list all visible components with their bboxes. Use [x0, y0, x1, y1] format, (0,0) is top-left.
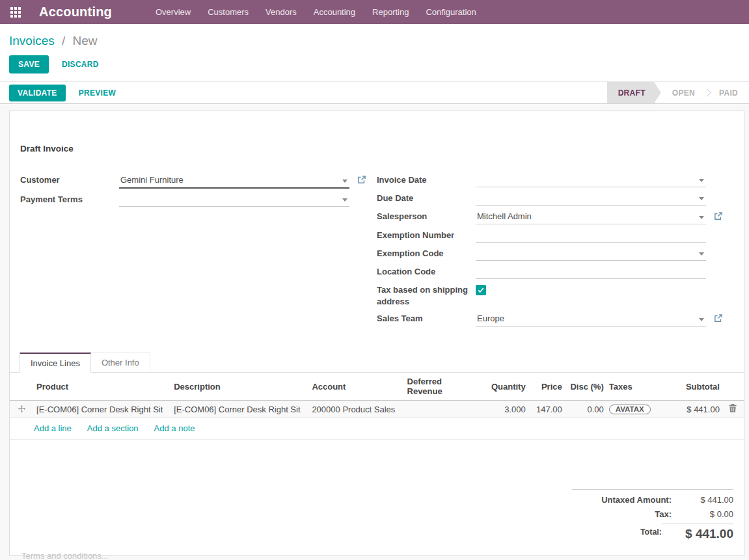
- top-navbar: Accounting Overview Customers Vendors Ac…: [0, 0, 749, 24]
- due-date-label: Due Date: [377, 193, 476, 204]
- notebook-tabs: Invoice Lines Other Info: [10, 353, 744, 373]
- invoice-lines-list: Product Description Account Deferred Rev…: [10, 373, 744, 440]
- cell-price[interactable]: 147.00: [528, 401, 565, 418]
- content-area: Draft Invoice Customer Gemini Furniture: [0, 104, 749, 560]
- control-panel-buttons: SAVE DISCARD: [9, 55, 739, 73]
- menu-overview[interactable]: Overview: [147, 0, 199, 24]
- caret-down-icon[interactable]: [699, 318, 704, 321]
- checkmark-icon: [478, 287, 484, 293]
- control-panel: Invoices / New SAVE DISCARD: [0, 24, 749, 81]
- sales-team-input[interactable]: Europe: [476, 313, 706, 327]
- location-code-input[interactable]: [476, 266, 706, 279]
- payment-terms-input[interactable]: [119, 194, 349, 207]
- breadcrumb-invoices-link[interactable]: Invoices: [9, 34, 55, 47]
- menu-configuration[interactable]: Configuration: [417, 0, 484, 24]
- trash-column-header: [722, 373, 744, 401]
- cell-account[interactable]: 200000 Product Sales: [309, 401, 404, 418]
- tab-invoice-lines[interactable]: Invoice Lines: [20, 353, 91, 373]
- invoice-form: Customer Gemini Furniture Payment Terms: [20, 174, 733, 332]
- cell-subtotal[interactable]: $ 441.00: [664, 401, 722, 418]
- col-product[interactable]: Product: [34, 373, 171, 401]
- terms-and-conditions-input[interactable]: Terms and conditions...: [20, 546, 733, 560]
- spacer: [349, 194, 377, 195]
- spacer: [706, 248, 733, 249]
- caret-down-icon[interactable]: [342, 198, 347, 202]
- payment-terms-label: Payment Terms: [20, 194, 119, 206]
- tax-row: Tax: $ 0.00: [572, 509, 733, 519]
- menu-customers[interactable]: Customers: [199, 0, 257, 24]
- cell-product[interactable]: [E-COM06] Corner Desk Right Sit: [34, 401, 171, 418]
- tax-label: Tax:: [655, 509, 672, 519]
- delete-line-icon[interactable]: [722, 401, 744, 418]
- tab-other-info[interactable]: Other Info: [91, 353, 150, 373]
- invoice-line-row[interactable]: [E-COM06] Corner Desk Right Sit [E-COM06…: [10, 401, 744, 418]
- col-taxes[interactable]: Taxes: [606, 373, 664, 401]
- col-subtotal[interactable]: Subtotal: [664, 373, 722, 401]
- handle-column-header: [10, 373, 34, 401]
- tax-shipping-checkbox[interactable]: [476, 285, 486, 295]
- col-discount[interactable]: Disc (%): [565, 373, 606, 401]
- spacer: [706, 193, 733, 194]
- list-add-links: Add a line Add a section Add a note: [10, 418, 744, 440]
- invoice-form-sheet: Draft Invoice Customer Gemini Furniture: [9, 111, 744, 556]
- menu-accounting[interactable]: Accounting: [305, 0, 364, 24]
- breadcrumb-current: New: [73, 34, 98, 47]
- status-draft[interactable]: DRAFT: [607, 82, 661, 104]
- caret-down-icon[interactable]: [342, 180, 347, 183]
- salesperson-input[interactable]: Mitchell Admin: [476, 211, 706, 224]
- table-header-row: Product Description Account Deferred Rev…: [10, 373, 744, 401]
- customer-input[interactable]: Gemini Furniture: [119, 174, 349, 189]
- caret-down-icon[interactable]: [699, 179, 704, 182]
- caret-down-icon[interactable]: [699, 216, 704, 219]
- caret-down-icon[interactable]: [699, 197, 704, 200]
- tax-badge[interactable]: AVATAX: [609, 405, 651, 414]
- salesperson-label: Salesperson: [377, 211, 476, 222]
- apps-grid-icon[interactable]: [10, 7, 21, 18]
- status-pipeline: DRAFT OPEN PAID: [607, 82, 749, 104]
- status-open[interactable]: OPEN: [661, 82, 706, 104]
- discard-button[interactable]: DISCARD: [53, 55, 108, 73]
- spacer: [706, 174, 733, 176]
- col-account[interactable]: Account: [309, 373, 404, 401]
- action-toolbar: VALIDATE PREVIEW DRAFT OPEN PAID: [0, 81, 749, 104]
- exemption-code-input[interactable]: [476, 248, 706, 261]
- add-a-line-link[interactable]: Add a line: [34, 423, 72, 433]
- customer-external-link-icon[interactable]: [349, 174, 377, 186]
- invoice-date-input[interactable]: [476, 174, 706, 187]
- cell-discount[interactable]: 0.00: [565, 401, 606, 418]
- status-paid[interactable]: PAID: [708, 82, 749, 104]
- col-price[interactable]: Price: [528, 373, 565, 401]
- app-title[interactable]: Accounting: [39, 5, 112, 20]
- exemption-number-label: Exemption Number: [377, 230, 476, 241]
- col-description[interactable]: Description: [171, 373, 309, 401]
- spacer: [706, 266, 733, 267]
- col-quantity[interactable]: Quantity: [476, 373, 528, 401]
- validate-button[interactable]: VALIDATE: [9, 85, 66, 101]
- due-date-input[interactable]: [476, 193, 706, 206]
- cell-deferred-revenue[interactable]: [405, 401, 476, 418]
- cell-description[interactable]: [E-COM06] Corner Desk Right Sit: [171, 401, 309, 418]
- cell-taxes[interactable]: AVATAX: [606, 401, 664, 418]
- totals-panel: Untaxed Amount: $ 441.00 Tax: $ 0.00 Tot…: [572, 489, 733, 546]
- exemption-number-input[interactable]: [476, 230, 706, 243]
- caret-down-icon[interactable]: [699, 252, 704, 256]
- add-a-note-link[interactable]: Add a note: [154, 423, 195, 433]
- cell-quantity[interactable]: 3.000: [476, 401, 528, 418]
- sales-team-external-link-icon[interactable]: [706, 313, 733, 325]
- col-deferred-revenue[interactable]: Deferred Revenue: [405, 373, 476, 401]
- total-label: Total:: [640, 524, 662, 537]
- salesperson-external-link-icon[interactable]: [706, 211, 733, 222]
- preview-button[interactable]: PREVIEW: [70, 84, 125, 102]
- customer-value: Gemini Furniture: [120, 175, 184, 185]
- drag-handle-icon[interactable]: [10, 401, 34, 418]
- notebook: Invoice Lines Other Info Product Descrip: [20, 353, 733, 440]
- menu-vendors[interactable]: Vendors: [257, 0, 305, 24]
- untaxed-amount-label: Untaxed Amount:: [601, 495, 672, 505]
- add-a-section-link[interactable]: Add a section: [87, 423, 139, 433]
- menu-reporting[interactable]: Reporting: [364, 0, 417, 24]
- total-value: $ 441.00: [662, 524, 733, 541]
- save-button[interactable]: SAVE: [9, 55, 49, 73]
- exemption-code-label: Exemption Code: [377, 248, 476, 260]
- form-title: Draft Invoice: [20, 144, 733, 153]
- customer-label: Customer: [20, 174, 119, 186]
